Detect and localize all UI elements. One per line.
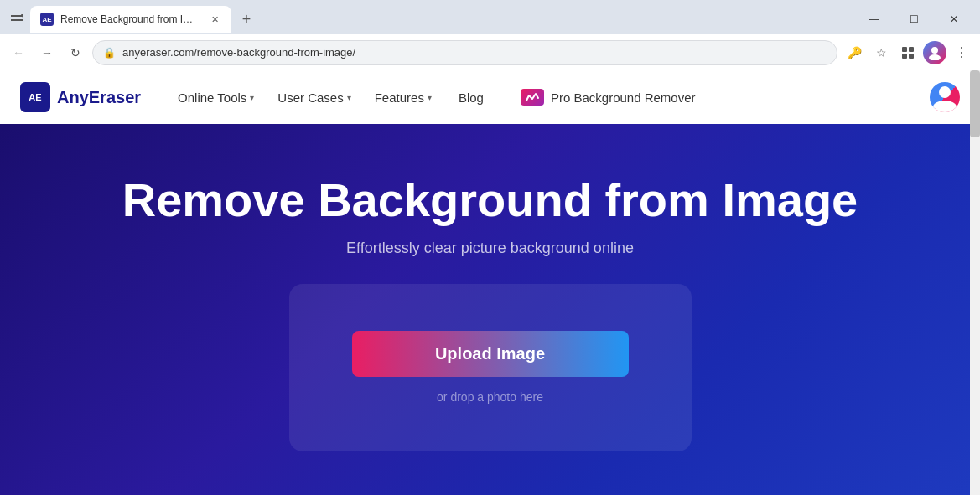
- logo-icon: AE: [20, 82, 50, 112]
- logo-text: AnyEraser: [57, 88, 141, 107]
- minimize-button[interactable]: —: [854, 6, 893, 33]
- browser-menu-button[interactable]: ⋮: [950, 41, 973, 64]
- nav-online-tools-label: Online Tools: [178, 90, 246, 105]
- hero-section: Remove Background from Image Effortlessl…: [0, 124, 980, 495]
- chevron-down-icon: ▾: [347, 93, 351, 102]
- svg-rect-0: [11, 15, 23, 17]
- lock-icon: 🔒: [103, 47, 116, 59]
- extensions-button[interactable]: [896, 41, 920, 64]
- forward-button[interactable]: →: [35, 41, 59, 64]
- nav-item-blog[interactable]: Blog: [445, 84, 497, 111]
- nav-pro-label: Pro Background Remover: [551, 90, 696, 105]
- tab-close-button[interactable]: ✕: [208, 13, 221, 26]
- address-actions: 🔑 ☆ ⋮: [843, 41, 973, 64]
- nav-blog-label: Blog: [459, 90, 484, 105]
- svg-point-9: [939, 86, 951, 98]
- bookmark-button[interactable]: ☆: [869, 41, 893, 64]
- nav-item-features[interactable]: Features ▾: [365, 84, 442, 111]
- pro-icon: [521, 89, 544, 106]
- tab-favicon: AE: [40, 13, 54, 26]
- nav-user-cases-label: User Cases: [277, 90, 343, 105]
- hero-subtitle: Effortlessly clear picture background on…: [346, 240, 634, 257]
- upload-hint: or drop a photo here: [437, 390, 543, 404]
- maximize-button[interactable]: ☐: [894, 6, 933, 33]
- nav-links: Online Tools ▾ User Cases ▾ Features ▾ B…: [168, 82, 930, 112]
- site-nav: AE AnyEraser Online Tools ▾ User Cases ▾…: [0, 70, 980, 124]
- upload-box[interactable]: Upload Image or drop a photo here: [289, 284, 692, 451]
- svg-point-8: [929, 54, 941, 60]
- password-icon-button[interactable]: 🔑: [843, 41, 866, 64]
- new-tab-button[interactable]: +: [235, 8, 258, 31]
- svg-point-7: [931, 47, 938, 54]
- chevron-down-icon: ▾: [428, 93, 432, 102]
- back-button[interactable]: ←: [7, 41, 30, 64]
- chevron-down-icon: ▾: [250, 93, 254, 102]
- nav-item-pro[interactable]: Pro Background Remover: [507, 82, 709, 112]
- nav-features-label: Features: [375, 90, 424, 105]
- svg-rect-6: [909, 54, 914, 59]
- svg-point-10: [933, 101, 957, 112]
- address-bar: ← → ↻ 🔒 anyeraser.com/remove-background-…: [0, 34, 980, 70]
- close-button[interactable]: ✕: [935, 6, 973, 33]
- refresh-button[interactable]: ↻: [64, 41, 87, 64]
- profile-button[interactable]: [923, 41, 946, 64]
- website-content: AE AnyEraser Online Tools ▾ User Cases ▾…: [0, 70, 980, 495]
- title-bar: AE Remove Background from Ima... ✕ + — ☐…: [0, 0, 980, 34]
- svg-rect-4: [909, 47, 914, 52]
- avatar[interactable]: [930, 82, 960, 112]
- svg-rect-5: [902, 54, 907, 59]
- url-text: anyeraser.com/remove-background-from-ima…: [122, 46, 827, 59]
- svg-rect-3: [902, 47, 907, 52]
- hero-title: Remove Background from Image: [122, 174, 858, 226]
- svg-rect-1: [11, 19, 23, 21]
- logo-area[interactable]: AE AnyEraser: [20, 82, 141, 112]
- nav-item-online-tools[interactable]: Online Tools ▾: [168, 84, 264, 111]
- tab-title: Remove Background from Ima...: [60, 13, 201, 25]
- browser-chrome: AE Remove Background from Ima... ✕ + — ☐…: [0, 0, 980, 70]
- nav-item-user-cases[interactable]: User Cases ▾: [267, 84, 360, 111]
- browser-window: AE Remove Background from Ima... ✕ + — ☐…: [0, 0, 980, 495]
- url-bar[interactable]: 🔒 anyeraser.com/remove-background-from-i…: [92, 40, 837, 65]
- window-controls: — ☐ ✕: [854, 6, 973, 33]
- upload-image-button[interactable]: Upload Image: [352, 331, 629, 377]
- scrollbar-thumb[interactable]: [970, 70, 980, 137]
- active-tab[interactable]: AE Remove Background from Ima... ✕: [30, 6, 231, 33]
- tab-list-button[interactable]: [7, 9, 27, 29]
